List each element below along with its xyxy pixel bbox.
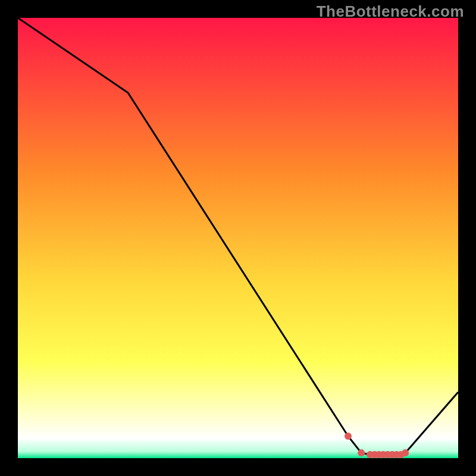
- series-marker: [345, 433, 352, 440]
- series-marker: [358, 449, 365, 456]
- gradient-background: [18, 18, 458, 458]
- plot-svg: [18, 18, 458, 458]
- chart-container: TheBottleneck.com: [0, 0, 476, 476]
- plot-area: [18, 18, 458, 458]
- series-marker: [402, 449, 409, 456]
